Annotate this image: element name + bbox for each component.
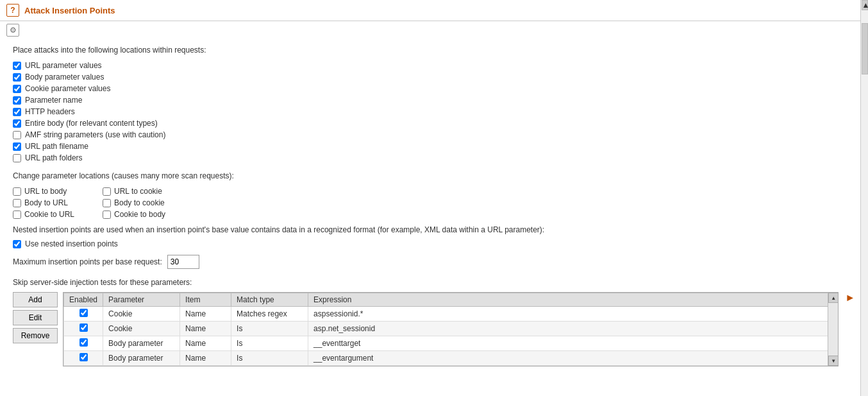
location-cookie-to-body: Cookie to body (103, 210, 205, 219)
cell-parameter: Cookie (103, 307, 180, 322)
page-scrollbar[interactable]: ▲ (860, 0, 868, 396)
table-row: Body parameter Name Is __eventargument (64, 351, 838, 366)
table-scrollbar[interactable]: ▲ ▼ (828, 293, 838, 366)
skip-table-container: Enabled Parameter Item Match type Expres… (63, 292, 839, 366)
scroll-down-arrow[interactable]: ▼ (828, 356, 839, 366)
cell-item: Name (180, 351, 231, 366)
checkbox-body-param-label: Body parameter values (25, 73, 104, 82)
col-parameter: Parameter (103, 293, 180, 307)
label-url-to-body: URL to body (24, 187, 67, 196)
change-locations-grid: URL to body URL to cookie Body to URL Bo… (13, 187, 855, 219)
checkbox-body-to-url[interactable] (13, 199, 21, 207)
remove-button[interactable]: Remove (13, 328, 58, 343)
checkbox-cookie-param: Cookie parameter values (13, 84, 855, 93)
location-url-to-cookie: URL to cookie (103, 187, 205, 196)
checkbox-url-path-filename: URL path filename (13, 142, 855, 151)
change-locations-label: Change parameter locations (causes many … (13, 171, 855, 180)
checkbox-amf-string: AMF string parameters (use with caution) (13, 130, 855, 139)
table-row: Cookie Name Matches regex aspsessionid.* (64, 307, 838, 322)
label-cookie-to-body: Cookie to body (114, 210, 165, 219)
skip-section: Skip server-side injection tests for the… (13, 278, 855, 366)
add-button[interactable]: Add (13, 292, 58, 307)
row-enabled-checkbox[interactable] (79, 338, 88, 347)
checkbox-cookie-param-label: Cookie parameter values (25, 84, 110, 93)
orange-arrow-container: ► (845, 292, 855, 304)
label-use-nested: Use nested insertion points (25, 239, 118, 248)
table-row: Body parameter Name Is __eventtarget (64, 336, 838, 351)
nested-label: Nested insertion points are used when an… (13, 225, 855, 234)
checkbox-entire-body: Entire body (for relevant content types) (13, 119, 855, 128)
checkbox-url-path-folders-input[interactable] (13, 154, 21, 162)
location-cookie-to-url: Cookie to URL (13, 210, 103, 219)
scroll-up-arrow[interactable]: ▲ (828, 293, 839, 303)
checkbox-use-nested[interactable] (13, 240, 21, 248)
checkbox-body-to-cookie[interactable] (103, 199, 111, 207)
page-scroll-thumb[interactable] (862, 23, 868, 74)
checkbox-param-name: Parameter name (13, 96, 855, 105)
cell-item: Name (180, 336, 231, 351)
checkbox-url-param-label: URL parameter values (25, 61, 102, 70)
checkbox-amf-string-input[interactable] (13, 131, 21, 139)
orange-right-arrow-icon[interactable]: ► (845, 292, 855, 304)
cell-expression: asp.net_sessionid (308, 322, 838, 336)
label-body-to-cookie: Body to cookie (114, 198, 165, 207)
checkbox-cookie-to-url[interactable] (13, 211, 21, 219)
checkbox-http-headers-input[interactable] (13, 108, 21, 116)
checkbox-entire-body-label: Entire body (for relevant content types) (25, 119, 158, 128)
max-points-input[interactable] (167, 255, 199, 269)
cell-item: Name (180, 322, 231, 336)
main-checkboxes: URL parameter values Body parameter valu… (13, 61, 855, 162)
table-row: Cookie Name Is asp.net_sessionid (64, 322, 838, 336)
checkbox-http-headers: HTTP headers (13, 107, 855, 116)
row-enabled-checkbox[interactable] (79, 353, 88, 361)
cell-match-type: Is (231, 351, 308, 366)
cell-match-type: Matches regex (231, 307, 308, 322)
checkbox-url-path-folders: URL path folders (13, 153, 855, 162)
col-enabled: Enabled (64, 293, 103, 307)
checkbox-url-path-filename-label: URL path filename (25, 142, 88, 151)
label-url-to-cookie: URL to cookie (114, 187, 162, 196)
checkbox-url-path-filename-input[interactable] (13, 142, 21, 151)
skip-controls: Add Edit Remove Enabled Parameter Item M… (13, 292, 855, 366)
subtitle: Place attacks into the following locatio… (13, 46, 855, 55)
checkbox-param-name-input[interactable] (13, 96, 21, 105)
edit-button[interactable]: Edit (13, 310, 58, 325)
cell-item: Name (180, 307, 231, 322)
checkbox-url-param-input[interactable] (13, 62, 21, 70)
col-match-type: Match type (231, 293, 308, 307)
cell-expression: aspsessionid.* (308, 307, 838, 322)
cell-enabled (64, 351, 103, 366)
cell-expression: __eventargument (308, 351, 838, 366)
location-url-to-body: URL to body (13, 187, 103, 196)
content-area: Place attacks into the following locatio… (0, 39, 868, 373)
cell-match-type: Is (231, 322, 308, 336)
button-group: Add Edit Remove (13, 292, 58, 343)
checkbox-cookie-to-body[interactable] (103, 211, 111, 219)
checkbox-cookie-param-input[interactable] (13, 85, 21, 93)
cell-enabled (64, 322, 103, 336)
checkbox-body-param: Body parameter values (13, 73, 855, 82)
page-title: Attack Insertion Points (24, 6, 115, 15)
use-nested-row: Use nested insertion points (13, 239, 855, 248)
row-enabled-checkbox[interactable] (79, 309, 88, 317)
checkbox-body-param-input[interactable] (13, 73, 21, 82)
col-item: Item (180, 293, 231, 307)
main-container: ? Attack Insertion Points ⚙ Place attack… (0, 0, 868, 396)
col-expression: Expression (308, 293, 838, 307)
max-points-label: Maximum insertion points per base reques… (13, 257, 162, 266)
checkbox-url-param: URL parameter values (13, 61, 855, 70)
cell-expression: __eventtarget (308, 336, 838, 351)
cell-parameter: Cookie (103, 322, 180, 336)
cell-match-type: Is (231, 336, 308, 351)
scroll-top-arrow[interactable]: ▲ (862, 0, 868, 10)
cell-enabled (64, 307, 103, 322)
checkbox-url-to-body[interactable] (13, 187, 21, 196)
checkbox-url-path-folders-label: URL path folders (25, 153, 83, 162)
gear-icon[interactable]: ⚙ (6, 24, 19, 37)
help-icon[interactable]: ? (6, 4, 19, 17)
nested-section: Nested insertion points are used when an… (13, 225, 855, 248)
checkbox-entire-body-input[interactable] (13, 119, 21, 128)
location-body-to-url: Body to URL (13, 198, 103, 207)
checkbox-url-to-cookie[interactable] (103, 187, 111, 196)
row-enabled-checkbox[interactable] (79, 323, 88, 332)
